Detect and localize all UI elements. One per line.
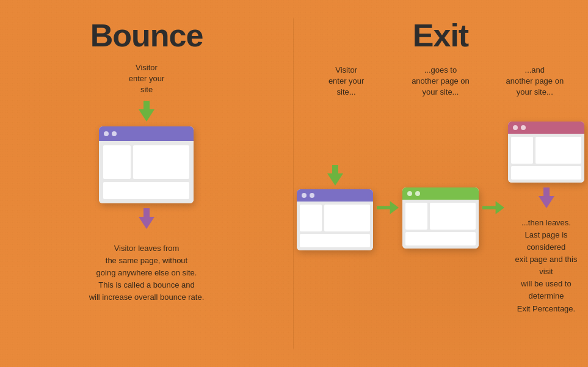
bounce-title: Bounce [90, 17, 203, 54]
exit-browser3-body [508, 134, 584, 183]
svg-rect-0 [377, 206, 391, 209]
svg-rect-2 [482, 206, 496, 209]
browser3-sidebar [511, 137, 533, 164]
exit-browsers-row: ...then leaves.Last page is consideredex… [293, 101, 588, 315]
exit-arrow-right-1 [377, 200, 399, 215]
browser2-dot-2 [415, 191, 420, 196]
exit-desc-row: Visitorenter yoursite... ...goes toanoth… [293, 60, 588, 98]
bounce-bottom-text: Visitor leaves fromthe same page, withou… [89, 242, 205, 304]
browser-dot-1 [104, 131, 109, 136]
exit-browser-col-2 [402, 167, 479, 249]
browser-sidebar [103, 145, 131, 179]
exit-arrow-down-purple [539, 187, 554, 208]
browser2-content [430, 203, 476, 230]
browser3-dot-2 [521, 125, 526, 130]
exit-arrow1 [327, 165, 343, 186]
browser3-footer [511, 166, 581, 180]
exit-col3-desc: ...andanother page onyour site... [506, 65, 564, 98]
exit-browser2-body [402, 200, 479, 249]
browser1-footer [300, 234, 370, 247]
bounce-visitor-enter-text: Visitorenter yoursite [129, 62, 165, 96]
bounce-section: Bounce Visitorenter yoursite [0, 0, 293, 367]
browser1-content [324, 205, 370, 231]
bounce-browser-body [99, 141, 194, 203]
main-container: Bounce Visitorenter yoursite [0, 0, 588, 367]
bounce-arrow-down-purple [139, 208, 154, 229]
svg-marker-3 [496, 201, 504, 214]
exit-col3-desc-container: ...andanother page onyour site... [498, 60, 572, 98]
bounce-arrow-down-green [139, 101, 154, 122]
browser2-top [405, 203, 476, 230]
browser3-content [535, 137, 581, 164]
browser2-footer [405, 232, 476, 245]
exit-browser-3 [508, 122, 584, 183]
browser-top-row [103, 145, 189, 179]
exit-arrow-right-2 [482, 200, 504, 215]
exit-col2-desc-container: ...goes toanother page onyour site... [404, 60, 477, 98]
exit-browser3-bar [508, 122, 584, 134]
browser-content [133, 145, 189, 179]
exit-browser-2 [402, 187, 479, 249]
bounce-browser [99, 126, 194, 203]
bounce-browser-bar [99, 126, 194, 141]
browser-footer [103, 182, 189, 199]
exit-col2-desc: ...goes toanother page onyour site... [412, 65, 470, 98]
browser3-top [511, 137, 581, 164]
exit-col1-desc: Visitorenter yoursite... [328, 65, 365, 98]
exit-col1-desc-container: Visitorenter yoursite... [310, 60, 383, 98]
exit-browser-col-3: ...then leaves.Last page is consideredex… [508, 101, 584, 315]
browser-dot-2 [112, 131, 117, 136]
browser1-top [300, 205, 370, 231]
svg-marker-1 [390, 201, 399, 214]
exit-title: Exit [413, 17, 468, 54]
browser1-dot-2 [310, 193, 314, 198]
browser2-dot-1 [407, 191, 412, 196]
exit-browser-1 [297, 189, 373, 250]
exit-browser1-bar [297, 189, 373, 202]
exit-browser1-body [297, 202, 373, 250]
exit-browser2-bar [402, 187, 479, 200]
bounce-flow: Visitorenter yoursite [89, 57, 205, 303]
exit-browser-col-1 [297, 165, 373, 250]
browser3-dot-1 [513, 125, 518, 130]
exit-section: Exit Visitorenter yoursite... ...goes to… [293, 0, 588, 367]
browser2-sidebar [405, 203, 427, 230]
browser1-dot-1 [302, 193, 307, 198]
browser1-sidebar [300, 205, 322, 231]
exit-bottom-text: ...then leaves.Last page is consideredex… [508, 217, 584, 315]
